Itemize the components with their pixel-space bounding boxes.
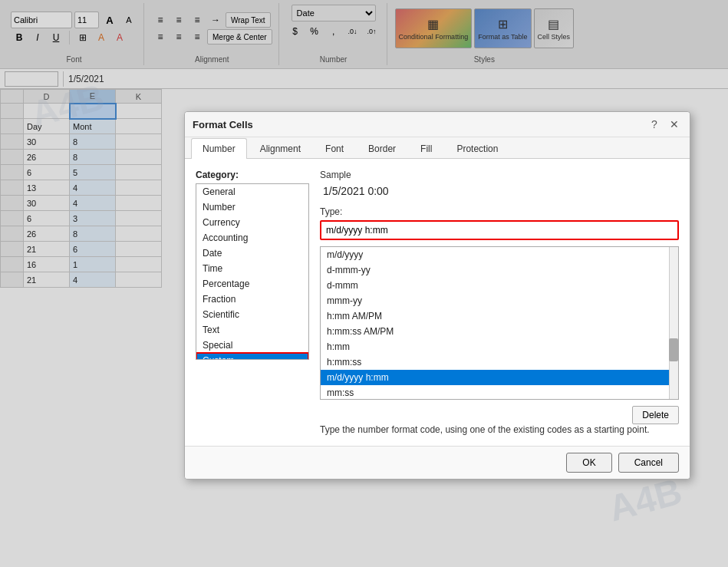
category-custom[interactable]: Custom (196, 353, 308, 360)
tab-font[interactable]: Font (314, 138, 355, 159)
format-m-d-yyyy[interactable]: m/d/yyyy (321, 247, 678, 262)
scrollbar-thumb[interactable] (669, 338, 678, 361)
category-number[interactable]: Number (196, 199, 308, 215)
format-d-mmm-yy[interactable]: d-mmm-yy (321, 262, 678, 278)
tab-alignment[interactable]: Alignment (249, 138, 312, 159)
dialog-help-btn[interactable]: ? (647, 117, 662, 132)
format-mm-ss[interactable]: mm:ss (321, 385, 678, 400)
tab-protection[interactable]: Protection (445, 138, 509, 159)
category-accounting[interactable]: Accounting (196, 230, 308, 246)
dialog-title: Format Cells (193, 119, 253, 130)
sample-label: Sample (320, 170, 679, 180)
sample-value: 1/5/2021 0:00 (320, 183, 679, 199)
category-general[interactable]: General (196, 184, 308, 199)
sample-section: Sample 1/5/2021 0:00 (320, 170, 679, 199)
format-mmm-yy[interactable]: mmm-yy (321, 293, 678, 308)
format-m-d-yyyy-h-mm[interactable]: m/d/yyyy h:mm (321, 370, 678, 385)
type-input[interactable] (320, 220, 679, 240)
dialog-body: Category: General Number Currency Accoun… (185, 159, 690, 446)
format-h-mm-ss[interactable]: h:mm:ss (321, 354, 678, 370)
format-list: m/d/yyyy d-mmm-yy d-mmm mmm-yy h:mm AM/P… (320, 246, 679, 400)
category-special[interactable]: Special (196, 338, 308, 353)
dialog-footer: OK Cancel (185, 446, 690, 479)
format-panel: Sample 1/5/2021 0:00 Type: m/d/yyyy d-mm… (320, 170, 679, 435)
category-panel: Category: General Number Currency Accoun… (196, 170, 309, 435)
category-time[interactable]: Time (196, 261, 308, 276)
ok-btn[interactable]: OK (566, 453, 611, 473)
dialog-close-btn[interactable]: ✕ (667, 117, 682, 132)
category-date[interactable]: Date (196, 246, 308, 261)
scrollbar[interactable] (669, 247, 678, 399)
format-cells-dialog: Format Cells ? ✕ Number Alignment Font B… (184, 111, 690, 480)
category-currency[interactable]: Currency (196, 215, 308, 230)
delete-btn[interactable]: Delete (632, 406, 679, 424)
category-fraction[interactable]: Fraction (196, 292, 308, 307)
dialog-title-bar: Format Cells ? ✕ (185, 112, 690, 137)
dialog-overlay: Format Cells ? ✕ Number Alignment Font B… (0, 0, 728, 567)
dialog-title-actions: ? ✕ (647, 117, 682, 132)
format-h-mm-ampm[interactable]: h:mm AM/PM (321, 308, 678, 324)
cancel-btn[interactable]: Cancel (618, 453, 679, 473)
category-list: General Number Currency Accounting Date … (196, 183, 309, 360)
category-percentage[interactable]: Percentage (196, 276, 308, 292)
tab-border[interactable]: Border (357, 138, 407, 159)
type-label: Type: (320, 206, 679, 217)
format-h-mm[interactable]: h:mm (321, 339, 678, 354)
dialog-tabs: Number Alignment Font Border Fill Protec… (185, 137, 690, 159)
tab-number[interactable]: Number (191, 138, 247, 159)
format-h-mm-ss-ampm[interactable]: h:mm:ss AM/PM (321, 324, 678, 339)
help-text: Type the number format code, using one o… (320, 424, 679, 435)
tab-fill[interactable]: Fill (409, 138, 443, 159)
category-scientific[interactable]: Scientific (196, 307, 308, 322)
format-d-mmm[interactable]: d-mmm (321, 278, 678, 293)
category-text[interactable]: Text (196, 322, 308, 338)
category-label: Category: (196, 170, 309, 180)
